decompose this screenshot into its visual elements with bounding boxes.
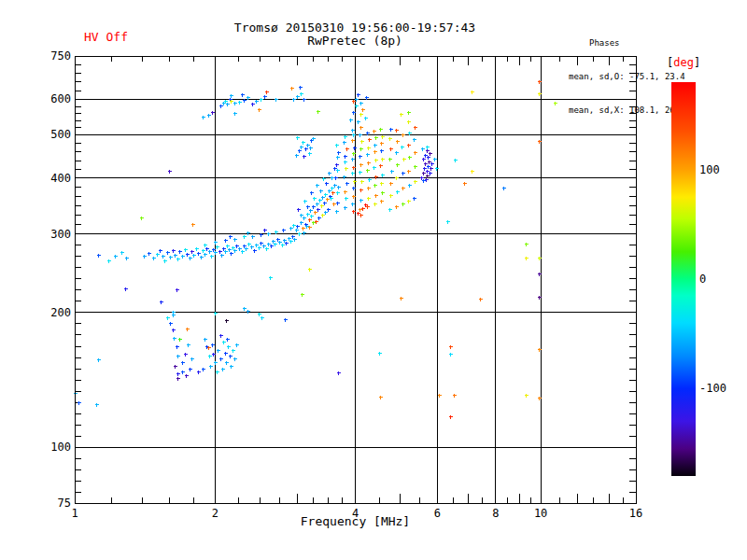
colorbar-tick-label: 0 [699, 273, 706, 285]
data-point [219, 357, 223, 361]
data-point [255, 244, 259, 247]
data-point [209, 365, 213, 369]
data-point [238, 247, 242, 251]
data-point [357, 93, 360, 97]
data-point [300, 214, 303, 217]
data-point [303, 98, 306, 102]
data-point [253, 249, 257, 253]
data-point [400, 297, 403, 301]
data-point [229, 355, 233, 358]
data-point [295, 229, 299, 232]
data-point [152, 257, 156, 260]
data-point [359, 113, 363, 117]
data-point [95, 403, 99, 407]
data-point [306, 213, 310, 217]
data-point [267, 232, 271, 236]
data-point [156, 253, 160, 257]
data-point [471, 170, 474, 174]
x-tick-label: 16 [620, 508, 652, 519]
data-point [219, 334, 223, 338]
data-point [312, 205, 316, 209]
scatter-plot [0, 0, 747, 560]
data-point [172, 329, 176, 332]
data-point [453, 394, 457, 398]
data-point [335, 144, 339, 147]
data-point [292, 224, 296, 228]
data-point [323, 202, 327, 205]
data-point [414, 180, 417, 184]
data-point [320, 204, 324, 208]
data-point [247, 243, 251, 246]
data-point [345, 147, 349, 151]
data-point [251, 103, 255, 106]
data-point [326, 198, 330, 202]
data-point [389, 147, 393, 151]
data-point [345, 197, 348, 201]
x-tick-label: 6 [421, 508, 453, 519]
data-point [380, 182, 384, 186]
ionogram-screen: HV Off Tromsø 20150310 19:56:00-19:57:43… [0, 0, 747, 560]
data-point [345, 182, 349, 186]
data-point [327, 208, 331, 212]
data-point [265, 91, 269, 94]
data-point [525, 243, 529, 246]
data-point [225, 319, 229, 323]
data-point [218, 250, 222, 254]
data-point [435, 167, 439, 171]
data-point [204, 253, 207, 257]
data-point [310, 191, 314, 195]
data-point [222, 341, 226, 344]
data-point [255, 100, 259, 104]
data-point [258, 108, 261, 112]
data-point [233, 357, 237, 361]
colorbar-bracket-right: ] [694, 56, 700, 69]
data-point [422, 158, 426, 161]
data-point [317, 110, 320, 114]
data-point [275, 231, 278, 234]
data-point [396, 163, 400, 167]
data-point [241, 93, 245, 97]
data-point [309, 147, 313, 150]
data-point [389, 128, 393, 132]
data-point [202, 368, 205, 371]
data-point [208, 250, 212, 254]
data-point [359, 163, 363, 167]
data-point [332, 203, 336, 206]
data-point [303, 200, 307, 203]
data-point [260, 242, 263, 245]
data-point [296, 225, 300, 229]
grid-lines [75, 56, 636, 503]
data-point [379, 128, 383, 132]
data-point [172, 311, 176, 315]
data-point [224, 239, 228, 243]
data-point [169, 322, 173, 326]
data-point [216, 245, 219, 249]
data-point [289, 227, 293, 231]
data-point [333, 184, 337, 188]
data-point [297, 208, 301, 212]
x-tick-label: 4 [340, 508, 372, 519]
data-point [344, 190, 347, 194]
data-point [178, 250, 182, 254]
data-point [343, 141, 346, 145]
data-point [395, 129, 399, 133]
data-point [296, 95, 300, 99]
data-point [359, 155, 362, 159]
data-point [186, 253, 190, 257]
data-point [389, 182, 393, 186]
data-point [295, 154, 299, 158]
data-point [317, 208, 320, 212]
data-point [228, 248, 232, 252]
data-point [379, 396, 383, 399]
data-point [407, 120, 411, 124]
data-point [380, 149, 384, 153]
data-point [308, 152, 312, 156]
data-point [335, 210, 339, 214]
data-point [163, 259, 167, 263]
data-point [186, 328, 190, 331]
data-point [204, 244, 207, 247]
data-point [233, 102, 237, 105]
data-point [374, 159, 378, 162]
data-point [433, 158, 437, 161]
data-point [176, 355, 180, 358]
